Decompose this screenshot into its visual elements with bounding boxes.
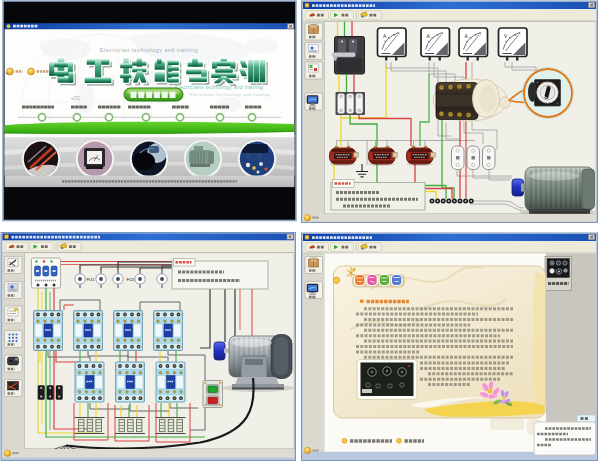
svg-text:FU2: FU2 [127,277,136,282]
svg-text:Electrician technology and tra: Electrician technology and training [100,47,198,53]
svg-text:«CC: «CC [71,96,81,101]
svg-text:Electrician Technology and: Electrician Technology and training [190,92,271,97]
svg-text:Electricians technology and: Electricians technology and training [175,85,263,90]
svg-text:FU1: FU1 [87,277,96,282]
